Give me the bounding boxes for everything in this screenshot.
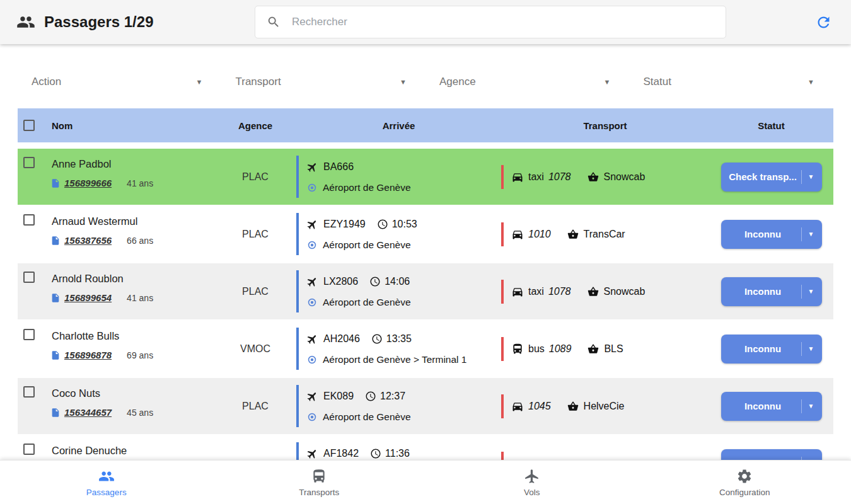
status-button[interactable]: Inconnu ▼ [721,220,822,249]
clock-icon [377,219,388,230]
nav-label: Transports [299,488,339,497]
nav-label: Configuration [719,488,770,497]
document-icon [50,408,61,418]
status-button[interactable]: Inconnu ▼ [721,277,822,306]
filter-action[interactable]: Action ▼ [18,68,222,96]
chevron-down-icon: ▼ [801,227,814,241]
search-icon [267,15,281,29]
transport-accent-bar [501,452,504,460]
refresh-button[interactable] [813,11,835,33]
vehicle-icon [511,171,524,183]
chevron-down-icon: ▼ [196,78,203,86]
vehicle-icon [511,343,524,355]
location-icon [306,239,318,251]
passenger-row: Corine Denuche AF1842 [18,435,833,460]
transport-company: HelveCie [584,401,625,412]
flight-icon [306,333,318,345]
passengers-icon [16,13,35,32]
nav-item-vols[interactable]: Vols [426,461,639,504]
nav-item-transports[interactable]: Transports [213,461,426,504]
agency: PLAC [214,263,296,319]
bottom-nav: Passagers Transports Vols Configuration [0,460,851,504]
chevron-down-icon: ▼ [801,399,814,413]
agency: VMOC [214,321,296,377]
main-content: Action ▼ Transport ▼ Agence ▼ Statut ▼ N… [0,44,851,460]
transport-number: 1045 [528,401,551,412]
status-label: Inconnu [729,401,797,411]
transport-company: BLS [604,343,623,355]
select-all-checkbox[interactable] [23,120,35,131]
row-checkbox[interactable] [23,272,35,283]
arrival-airport: Aéroport de Genève [323,297,411,308]
passenger-age: 69 ans [127,350,153,360]
row-checkbox[interactable] [23,386,35,398]
transport-accent-bar [501,280,504,304]
passenger-id-link[interactable]: 156899654 [64,292,112,303]
agency: PLAC [214,206,296,262]
transport-accent-bar [501,222,504,246]
transport-accent-bar [501,165,504,189]
basket-icon [567,401,579,412]
flight-number: EK089 [323,391,354,402]
row-checkbox[interactable] [23,329,35,340]
transport-number: 1010 [528,229,551,240]
transport-accent-bar [501,394,504,418]
passenger-id-link[interactable]: 156896878 [64,350,112,360]
transport-type: taxi [528,286,544,297]
vehicle-icon [511,285,524,298]
passenger-id-link[interactable]: 156899666 [64,178,112,188]
row-checkbox[interactable] [23,157,35,168]
flight-icon [306,276,318,288]
arrival-airport: Aéroport de Genève [323,182,411,193]
passenger-id-link[interactable]: 156387656 [64,235,112,246]
search-input[interactable] [291,15,714,29]
status-label: Inconnu [729,286,797,297]
search-box[interactable] [255,6,726,38]
transport-company: Snowcab [604,171,645,183]
column-header-agence: Agence [214,120,296,131]
filter-statut[interactable]: Statut ▼ [630,68,834,96]
document-icon [50,236,61,246]
flight-number: BA666 [323,161,354,173]
arrival-time: 14:06 [385,276,410,287]
location-icon [306,354,318,365]
nav-item-configuration[interactable]: Configuration [639,461,851,504]
filter-agence[interactable]: Agence ▼ [426,68,630,96]
row-checkbox[interactable] [23,214,35,226]
nav-item-passagers[interactable]: Passagers [0,461,213,504]
vehicle-icon [511,400,524,413]
status-button[interactable]: Check transp... ▼ [721,163,822,192]
arrival-time: 11:36 [385,448,410,459]
gear-icon [736,468,753,484]
passenger-name: Corine Denuche [50,445,214,457]
arrival-time: 12:37 [380,391,405,402]
column-header-statut: Statut [709,120,833,131]
status-button[interactable]: Inconnu ▼ [721,335,822,364]
passenger-age: 41 ans [127,293,153,303]
status-button[interactable]: Inconnu ▼ [721,392,822,421]
table-body: Anne Padbol 156899666 41 ans PLAC BA666 [18,149,833,460]
top-bar: Passagers 1/29 [0,0,851,44]
arrival-accent-bar [296,156,299,198]
basket-icon [588,343,599,355]
arrival-accent-bar [296,270,299,312]
clock-icon [369,276,381,287]
filter-transport[interactable]: Transport ▼ [222,68,426,96]
chevron-down-icon: ▼ [400,78,407,86]
column-header-nom: Nom [50,120,214,131]
passenger-id-link[interactable]: 156344657 [64,407,112,418]
row-checkbox[interactable] [23,444,35,455]
transport-type: taxi [528,171,544,183]
status-button[interactable]: ▼ [721,449,822,461]
passenger-age: 41 ans [127,178,153,188]
chevron-down-icon: ▼ [808,78,814,86]
filter-bar: Action ▼ Transport ▼ Agence ▼ Statut ▼ [18,44,833,96]
table-header: Nom Agence Arrivée Transport Statut [18,108,833,142]
flight-icon [306,219,318,231]
passenger-row: Arnaud Westermul 156387656 66 ans PLAC E… [18,206,833,263]
passenger-name: Arnaud Westermul [50,215,214,227]
location-icon [306,411,318,423]
clock-icon [371,333,383,345]
clock-icon [365,391,376,402]
arrival-time: 13:35 [386,333,412,345]
